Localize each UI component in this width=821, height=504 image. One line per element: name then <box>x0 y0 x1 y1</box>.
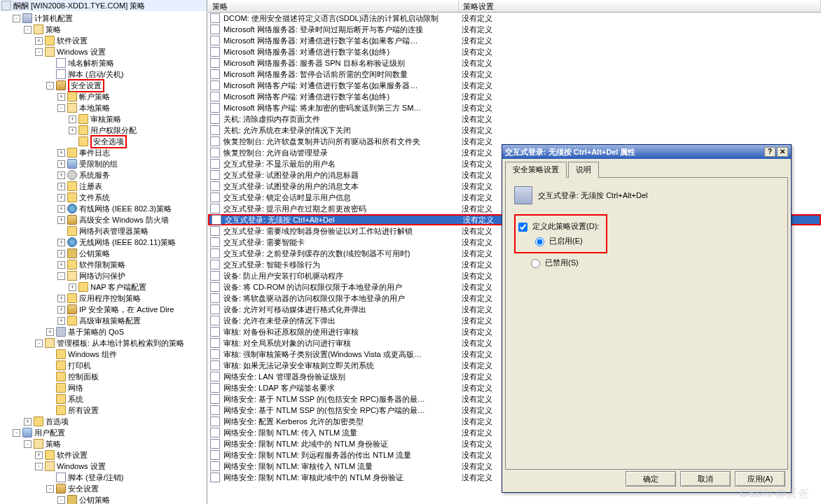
policy-row[interactable]: Microsoft 网络服务器: 对通信进行数字签名(始终)没有定义 <box>208 46 821 57</box>
expand-icon[interactable] <box>46 384 54 392</box>
expand-icon[interactable]: - <box>57 104 65 112</box>
tree-node[interactable]: +系统服务 <box>0 169 207 181</box>
expand-icon[interactable] <box>69 138 76 146</box>
tree-node[interactable]: -安全设置 <box>0 80 207 91</box>
expand-icon[interactable] <box>46 362 54 370</box>
tree-node[interactable]: +NAP 客户端配置 <box>0 281 207 293</box>
expand-icon[interactable]: - <box>35 340 43 347</box>
policy-row[interactable]: Microsoft 网络客户端: 将未加密的密码发送到第三方 SM…没有定义 <box>208 102 821 113</box>
tree-node[interactable]: -本地策略 <box>0 102 207 113</box>
expand-icon[interactable]: - <box>57 496 65 504</box>
radio-enabled[interactable] <box>535 237 544 246</box>
tree-node[interactable]: +文件系统 <box>0 192 207 203</box>
tab-explain[interactable]: 说明 <box>568 162 599 178</box>
expand-icon[interactable]: + <box>57 183 65 190</box>
tree-node[interactable]: +受限制的组 <box>0 158 207 169</box>
tree-node[interactable]: +无线网络 (IEEE 802.11)策略 <box>0 237 207 248</box>
tree-node[interactable]: -Windows 设置 <box>0 46 207 57</box>
help-button[interactable]: ? <box>764 147 775 157</box>
expand-icon[interactable] <box>46 373 54 381</box>
tree-node[interactable]: +软件设置 <box>0 35 207 46</box>
radio-disabled[interactable] <box>531 259 540 268</box>
expand-icon[interactable]: - <box>35 48 43 56</box>
expand-icon[interactable]: - <box>13 15 20 22</box>
tree-node[interactable]: -安全设置 <box>0 483 207 494</box>
tree-node[interactable]: +公钥策略 <box>0 248 207 259</box>
tree-panel[interactable]: 酮酮 [WIN2008-XDD1.TYE.COM] 策略 -计算机配置-策略+软… <box>0 0 207 504</box>
expand-icon[interactable] <box>46 351 54 358</box>
expand-icon[interactable]: + <box>57 239 65 246</box>
tree-node[interactable]: 网络 <box>0 382 207 393</box>
tree-node[interactable]: -策略 <box>0 24 207 35</box>
tree-node[interactable]: +注册表 <box>0 181 207 192</box>
expand-icon[interactable]: + <box>57 205 65 213</box>
policy-row[interactable]: 关机: 允许系统在未登录的情况下关闭没有定义 <box>208 125 821 136</box>
tree-node[interactable]: 所有设置 <box>0 405 207 416</box>
tree-root[interactable]: 酮酮 [WIN2008-XDD1.TYE.COM] 策略 <box>0 0 207 11</box>
tab-security-settings[interactable]: 安全策略设置 <box>505 162 567 178</box>
tree-node[interactable]: +软件设置 <box>0 449 207 461</box>
expand-icon[interactable] <box>46 396 54 403</box>
expand-icon[interactable] <box>46 474 54 482</box>
tree-node[interactable]: 控制面板 <box>0 371 207 382</box>
tree-node[interactable]: -用户配置 <box>0 427 207 438</box>
tree-node[interactable]: Windows 组件 <box>0 349 207 360</box>
tree-node[interactable]: -计算机配置 <box>0 13 207 24</box>
col-setting-header[interactable]: 策略设置 <box>459 0 821 12</box>
expand-icon[interactable]: + <box>57 160 65 168</box>
policy-row[interactable]: Microsoft 网络服务器: 对通信进行数字签名(如果客户端…没有定义 <box>208 35 821 46</box>
expand-icon[interactable]: - <box>35 463 43 470</box>
tree-node[interactable]: +高级安全 Windows 防火墙 <box>0 214 207 225</box>
tree-node[interactable]: -公钥策略 <box>0 494 207 504</box>
tree-node[interactable]: +帐户策略 <box>0 91 207 102</box>
expand-icon[interactable]: + <box>57 149 65 157</box>
expand-icon[interactable]: + <box>57 172 65 179</box>
tree-node[interactable]: -网络访问保护 <box>0 270 207 281</box>
cancel-button[interactable]: 取消 <box>680 471 731 486</box>
tree-node[interactable]: 网络列表管理器策略 <box>0 225 207 237</box>
tree-node[interactable]: +应用程序控制策略 <box>0 293 207 304</box>
policy-row[interactable]: Microsoft 网络服务器: 暂停会话前所需的空闲时间数量没有定义 <box>208 69 821 80</box>
expand-icon[interactable]: + <box>57 306 65 314</box>
col-policy-header[interactable]: 策略 <box>208 0 459 12</box>
expand-icon[interactable]: + <box>24 418 32 426</box>
expand-icon[interactable]: + <box>57 194 65 202</box>
tree-node[interactable]: +事件日志 <box>0 147 207 158</box>
expand-icon[interactable] <box>46 59 54 67</box>
tree-node[interactable]: +软件限制策略 <box>0 259 207 270</box>
expand-icon[interactable]: - <box>24 26 32 34</box>
expand-icon[interactable]: + <box>69 127 76 134</box>
policy-row[interactable]: Microsoft 网络客户端: 对通信进行数字签名(始终)没有定义 <box>208 91 821 102</box>
expand-icon[interactable]: + <box>57 295 65 302</box>
expand-icon[interactable]: + <box>35 37 43 45</box>
expand-icon[interactable]: + <box>57 250 65 258</box>
tree-node[interactable]: +基于策略的 QoS <box>0 326 207 337</box>
policy-row[interactable]: Microsoft 网络服务器: 登录时间过期后断开与客户端的连接没有定义 <box>208 24 821 35</box>
tree-node[interactable]: 脚本 (登录/注销) <box>0 472 207 483</box>
expand-icon[interactable]: + <box>46 328 54 336</box>
tree-node[interactable]: 打印机 <box>0 360 207 371</box>
tree-node[interactable]: 域名解析策略 <box>0 57 207 69</box>
tree-node[interactable]: 系统 <box>0 393 207 405</box>
expand-icon[interactable]: + <box>57 93 65 101</box>
expand-icon[interactable] <box>57 227 65 235</box>
expand-icon[interactable]: - <box>24 440 32 448</box>
expand-icon[interactable]: - <box>13 429 20 437</box>
close-button[interactable]: ✕ <box>777 147 788 157</box>
apply-button[interactable]: 应用(A) <box>735 471 785 486</box>
expand-icon[interactable]: - <box>46 82 54 90</box>
tree-node[interactable]: +IP 安全策略，在 Active Dire <box>0 304 207 315</box>
tree-node[interactable]: 安全选项 <box>0 136 207 147</box>
tree-node[interactable]: -策略 <box>0 438 207 449</box>
expand-icon[interactable] <box>46 407 54 414</box>
expand-icon[interactable]: + <box>57 261 65 269</box>
expand-icon[interactable]: + <box>35 451 43 459</box>
tree-node[interactable]: +首选项 <box>0 416 207 427</box>
define-checkbox[interactable] <box>518 223 527 232</box>
tree-node[interactable]: +审核策略 <box>0 113 207 125</box>
policy-row[interactable]: 关机: 清除虚拟内存页面文件没有定义 <box>208 113 821 125</box>
tree-node[interactable]: +有线网络 (IEEE 802.3)策略 <box>0 203 207 214</box>
policy-row[interactable]: DCOM: 使用安全描述符定义语言(SDDL)语法的计算机启动限制没有定义 <box>208 13 821 24</box>
tree-node[interactable]: +高级审核策略配置 <box>0 315 207 326</box>
expand-icon[interactable]: - <box>46 485 54 493</box>
